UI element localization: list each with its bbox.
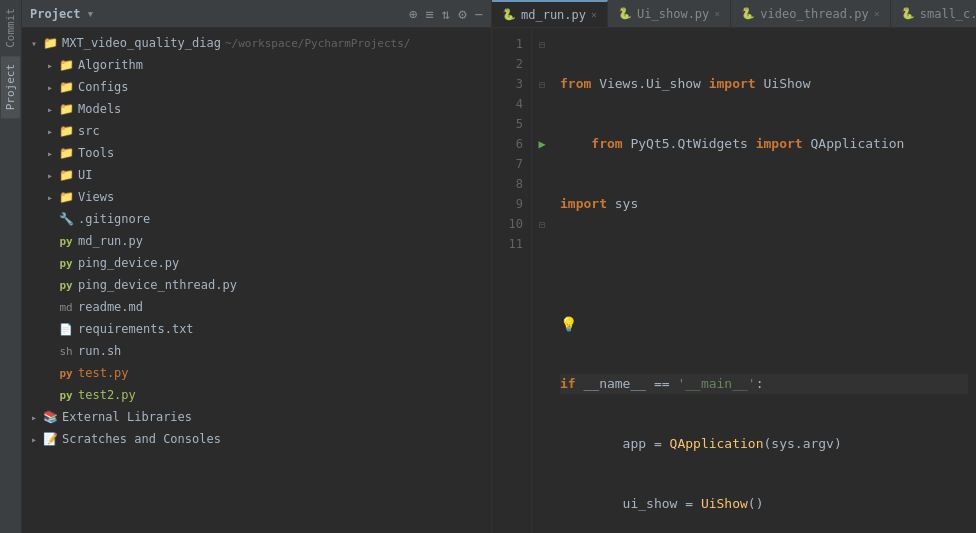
sidebar-header-left: Project ▾ xyxy=(30,6,94,21)
expand-all-icon[interactable]: ≡ xyxy=(425,6,433,22)
scratches-arrow xyxy=(26,434,42,445)
tabs-bar: 🐍 md_run.py ✕ 🐍 Ui_show.py ✕ 🐍 video_thr… xyxy=(492,0,976,28)
algorithm-label: Algorithm xyxy=(78,58,143,72)
gutter-7 xyxy=(534,154,550,174)
token-from-1: from xyxy=(560,74,591,94)
code-line-3: import sys xyxy=(560,194,968,214)
tree-item-test2[interactable]: py test2.py xyxy=(22,384,491,406)
sidebar-header-icons: ⊕ ≡ ⇅ ⚙ − xyxy=(409,6,483,22)
ext-libs-icon: 📚 xyxy=(42,409,58,425)
tree-item-ui[interactable]: 📁 UI xyxy=(22,164,491,186)
tab-ui-show[interactable]: 🐍 Ui_show.py ✕ xyxy=(608,0,731,28)
token-class-2: QApplication xyxy=(803,134,905,154)
code-line-6: if __name__ == '__main__': xyxy=(560,374,968,394)
git-tab[interactable]: Commit xyxy=(1,0,20,56)
token-dunder-name: __name__ == xyxy=(576,374,678,394)
tab-md-run-close[interactable]: ✕ xyxy=(591,9,597,20)
gutter-10[interactable]: ⊟ xyxy=(534,214,550,234)
ping-nthread-label: ping_device_nthread.py xyxy=(78,278,237,292)
tab-small[interactable]: 🐍 small_c... ✕ xyxy=(891,0,976,28)
src-label: src xyxy=(78,124,100,138)
ui-arrow xyxy=(42,170,58,181)
tree-item-ping-device[interactable]: py ping_device.py xyxy=(22,252,491,274)
scratches-label: Scratches and Consoles xyxy=(62,432,221,446)
tree-item-tools[interactable]: 📁 Tools xyxy=(22,142,491,164)
tab-small-label: small_c... xyxy=(920,7,976,21)
models-arrow xyxy=(42,104,58,115)
gutter-2 xyxy=(534,54,550,74)
code-line-4 xyxy=(560,254,968,274)
token-if: if xyxy=(560,374,576,394)
sidebar-dropdown-arrow[interactable]: ▾ xyxy=(87,6,95,21)
tree-item-requirements[interactable]: 📄 requirements.txt xyxy=(22,318,491,340)
gitignore-icon: 🔧 xyxy=(58,211,74,227)
src-arrow xyxy=(42,126,58,137)
tree-item-src[interactable]: 📁 src xyxy=(22,120,491,142)
gutter-run-6[interactable]: ▶ xyxy=(534,134,550,154)
tree-item-run[interactable]: sh run.sh xyxy=(22,340,491,362)
project-tab[interactable]: Project xyxy=(1,56,20,118)
token-import-2: import xyxy=(756,134,803,154)
src-folder-icon: 📁 xyxy=(58,123,74,139)
gutter-9 xyxy=(534,194,550,214)
ext-libs-label: External Libraries xyxy=(62,410,192,424)
views-label: Views xyxy=(78,190,114,204)
tab-video-thread-close[interactable]: ✕ xyxy=(874,8,880,19)
requirements-icon: 📄 xyxy=(58,321,74,337)
code-line-8: ui_show = UiShow() xyxy=(560,494,968,514)
sort-icon[interactable]: ⇅ xyxy=(442,6,450,22)
token-import-1: import xyxy=(709,74,756,94)
tree-item-readme[interactable]: md readme.md xyxy=(22,296,491,318)
run-icon: sh xyxy=(58,343,74,359)
tab-video-thread[interactable]: 🐍 video_thread.py ✕ xyxy=(731,0,890,28)
tree-item-scratches[interactable]: 📝 Scratches and Consoles xyxy=(22,428,491,450)
locate-icon[interactable]: ⊕ xyxy=(409,6,417,22)
close-sidebar-icon[interactable]: − xyxy=(475,6,483,22)
gutter-1[interactable]: ⊟ xyxy=(534,34,550,54)
gutter-11 xyxy=(534,234,550,254)
tree-root[interactable]: 📁 MXT_video_quality_diag ~/workspace/Pyc… xyxy=(22,32,491,54)
root-path: ~/workspace/PycharmProjects/ xyxy=(225,37,410,50)
configs-arrow xyxy=(42,82,58,93)
gutter-3[interactable]: ⊟ xyxy=(534,74,550,94)
tree-item-test[interactable]: py test.py xyxy=(22,362,491,384)
ext-libs-arrow xyxy=(26,412,42,423)
tree-item-ext-libs[interactable]: 📚 External Libraries xyxy=(22,406,491,428)
tree-item-models[interactable]: 📁 Models xyxy=(22,98,491,120)
line-numbers: 1 2 3 4 5 6 7 8 9 10 11 xyxy=(492,28,532,533)
test-icon: py xyxy=(58,365,74,381)
tab-ui-show-label: Ui_show.py xyxy=(637,7,709,21)
tree-item-configs[interactable]: 📁 Configs xyxy=(22,76,491,98)
tree-item-views[interactable]: 📁 Views xyxy=(22,186,491,208)
sidebar-title: Project xyxy=(30,7,81,21)
md-run-label: md_run.py xyxy=(78,234,143,248)
root-label: MXT_video_quality_diag xyxy=(62,36,221,50)
md-run-icon: py xyxy=(58,233,74,249)
tree-item-ping-nthread[interactable]: py ping_device_nthread.py xyxy=(22,274,491,296)
tools-folder-icon: 📁 xyxy=(58,145,74,161)
tab-video-thread-icon: 🐍 xyxy=(741,7,755,20)
code-content[interactable]: from Views.Ui_show import UiShow from Py… xyxy=(552,28,976,533)
scratches-icon: 📝 xyxy=(42,431,58,447)
code-line-1: from Views.Ui_show import UiShow xyxy=(560,74,968,94)
project-tree: 📁 MXT_video_quality_diag ~/workspace/Pyc… xyxy=(22,28,491,533)
test2-label: test2.py xyxy=(78,388,136,402)
settings-icon[interactable]: ⚙ xyxy=(458,6,466,22)
tab-ui-show-close[interactable]: ✕ xyxy=(714,8,720,19)
models-label: Models xyxy=(78,102,121,116)
code-editor: 1 2 3 4 5 6 7 8 9 10 11 ⊟ ⊟ ▶ xyxy=(492,28,976,533)
tree-item-gitignore[interactable]: 🔧 .gitignore xyxy=(22,208,491,230)
tab-md-run[interactable]: 🐍 md_run.py ✕ xyxy=(492,0,608,28)
requirements-label: requirements.txt xyxy=(78,322,194,336)
readme-label: readme.md xyxy=(78,300,143,314)
run-label: run.sh xyxy=(78,344,121,358)
algorithm-folder-icon: 📁 xyxy=(58,57,74,73)
editor-area: 🐍 md_run.py ✕ 🐍 Ui_show.py ✕ 🐍 video_thr… xyxy=(492,0,976,533)
tree-item-md-run[interactable]: py md_run.py xyxy=(22,230,491,252)
token-uishow: UiShow xyxy=(701,494,748,514)
configs-folder-icon: 📁 xyxy=(58,79,74,95)
tools-label: Tools xyxy=(78,146,114,160)
token-call-8: () xyxy=(748,494,764,514)
tree-item-algorithm[interactable]: 📁 Algorithm xyxy=(22,54,491,76)
ping-nthread-icon: py xyxy=(58,277,74,293)
